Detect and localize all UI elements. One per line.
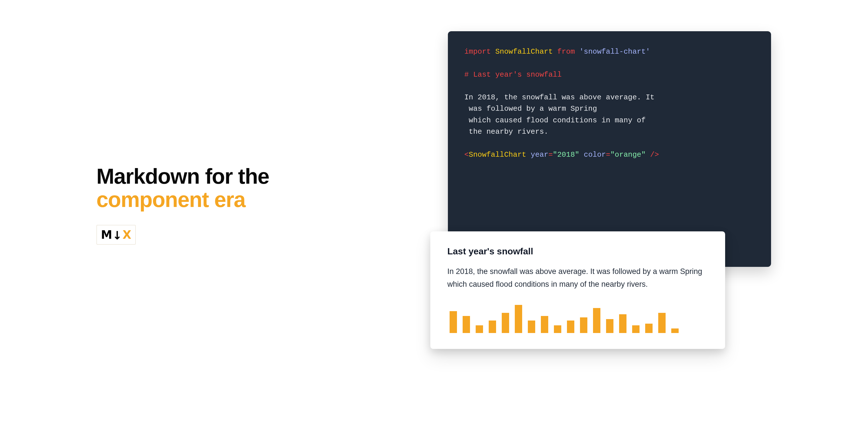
chart-bar [554,325,561,333]
tok-attr2-val: "orange" [610,150,646,159]
tok-attr2-name: color [584,150,606,159]
headline-block: Markdown for the component era M ↓ X [96,165,269,245]
chart-bar [528,320,535,333]
headline-line1: Markdown for the [96,164,269,188]
tok-attr1-val: "2018" [553,150,580,159]
snowfall-chart [447,302,708,333]
code-content: import SnowfallChart from 'snowfall-char… [464,46,754,161]
chart-bar [502,313,509,333]
chart-bar [463,316,470,333]
chart-bar [580,317,587,333]
tok-package: 'snowfall-chart' [580,48,650,56]
tok-import: import [464,48,491,56]
tok-eq2: = [606,150,610,159]
mdx-logo: M ↓ X [96,225,136,245]
tok-jsx-tag: SnowfallChart [469,150,526,159]
tok-md-heading: # Last year's snowfall [464,70,562,79]
chart-bar [671,329,679,333]
rendered-body: In 2018, the snowfall was above average.… [447,265,708,290]
chart-bar [567,320,574,333]
chart-bar [515,305,522,333]
tok-ident: SnowfallChart [495,48,553,56]
chart-bar [541,316,548,333]
tok-body-l4: the nearby rivers. [464,128,548,136]
rendered-output-card: Last year's snowfall In 2018, the snowfa… [430,231,725,349]
mdx-m-glyph: M [101,228,112,241]
chart-bar [619,314,626,333]
tok-jsx-close: /> [646,150,659,159]
tok-body-l2: was followed by a warm Spring [464,105,597,113]
tok-attr1-name: year [531,150,548,159]
tok-jsx-open: < [464,150,469,159]
headline-line2: component era [96,187,245,212]
chart-bar [450,311,457,333]
tok-body-l3: which caused flood conditions in many of [464,116,646,124]
chart-bar [645,323,653,333]
tok-from: from [557,48,575,56]
tok-eq1: = [548,150,553,159]
chart-bar [658,313,665,333]
chart-bar [593,308,600,333]
mdx-arrow-glyph: ↓ [113,229,122,242]
chart-bar [476,325,483,333]
mdx-x-glyph: X [122,228,131,241]
chart-bar [606,319,614,333]
tok-body-l1: In 2018, the snowfall was above average.… [464,93,655,102]
headline: Markdown for the component era [96,165,269,211]
rendered-title: Last year's snowfall [447,246,708,257]
chart-bar [489,320,496,333]
chart-bar [632,325,640,333]
